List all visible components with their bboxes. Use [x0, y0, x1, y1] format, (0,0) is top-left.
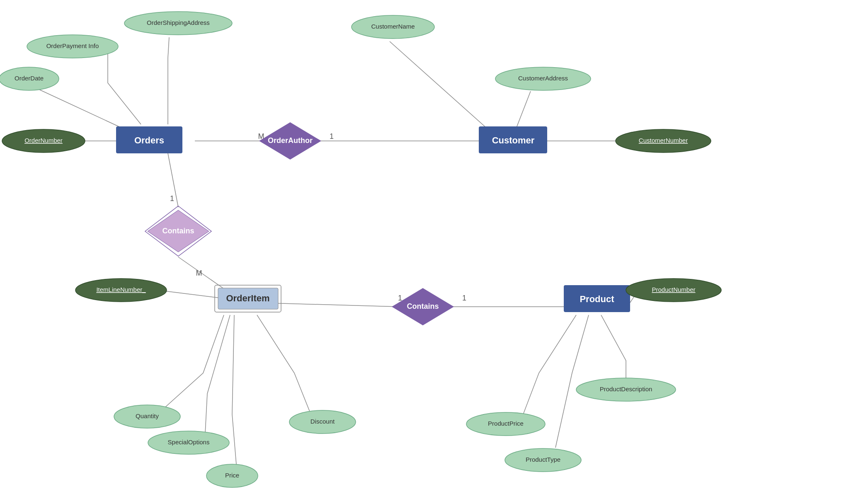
attr-price-label: Price: [225, 472, 239, 479]
cardinality-1-contains1: 1: [170, 194, 174, 203]
attr-customername-label: CustomerName: [371, 23, 415, 30]
entity-customer-label: Customer: [492, 135, 535, 145]
entity-product-label: Product: [580, 294, 614, 304]
attr-quantity-label: Quantity: [136, 412, 159, 419]
relationship-contains2-label: Contains: [407, 302, 439, 310]
attr-productdescription-label: ProductDescription: [600, 385, 652, 393]
er-diagram: M 1 1 M 1 1 Orders Customer OrderItem Pr…: [0, 0, 844, 504]
attr-productnumber-label: ProductNumber: [652, 286, 695, 293]
attr-discount-label: Discount: [310, 418, 335, 425]
cardinality-m-contains1: M: [196, 269, 202, 277]
attr-producttype-label: ProductType: [526, 456, 560, 463]
svg-line-12: [158, 290, 224, 298]
cardinality-1-contains2-left: 1: [398, 294, 402, 302]
attr-orderpayment-label: OrderPayment Info: [46, 42, 99, 49]
entity-orderitem-label: OrderItem: [226, 293, 269, 303]
attr-customeraddress-label: CustomerAddress: [518, 75, 568, 82]
cardinality-1-orderauthor: 1: [330, 132, 334, 141]
svg-line-3: [516, 91, 531, 128]
attr-ordershipping-label: OrderShippingAddress: [147, 19, 210, 26]
svg-line-2: [390, 41, 487, 128]
cardinality-1-contains2-right: 1: [462, 294, 466, 302]
attr-orderdate-label: OrderDate: [15, 75, 44, 82]
attr-specialoptions-label: SpecialOptions: [168, 439, 210, 446]
relationship-orderauthor-label: OrderAuthor: [268, 136, 313, 145]
attr-itemlinenumber-label: ItemLineNumber_: [96, 286, 146, 293]
attr-ordernumber-label: OrderNumber: [24, 137, 63, 144]
attr-productprice-label: ProductPrice: [488, 420, 524, 427]
relationship-contains1-label: Contains: [162, 227, 194, 235]
entity-orders-label: Orders: [134, 135, 164, 145]
attr-customernumber-label: CustomerNumber: [639, 137, 688, 144]
